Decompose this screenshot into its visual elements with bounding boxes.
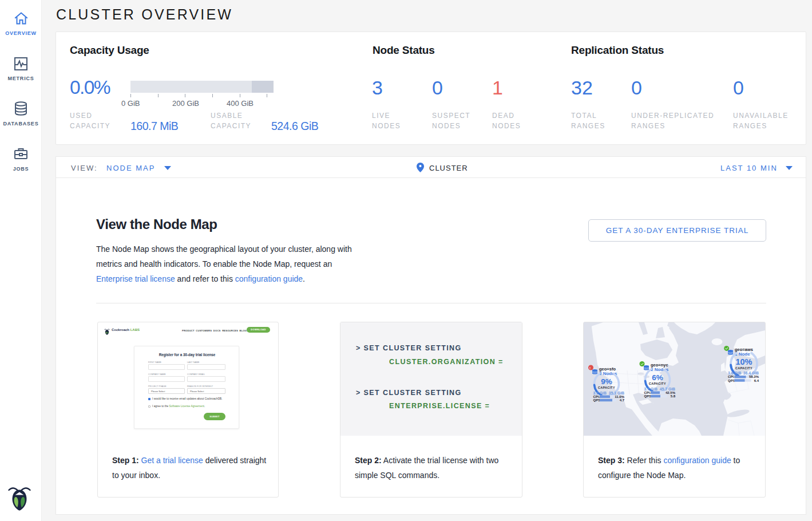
svg-text:58.3%: 58.3% [749, 375, 759, 378]
svg-text:QPS: QPS [644, 394, 652, 398]
svg-text:6%: 6% [652, 373, 663, 382]
svg-text:CAPACITY: CAPACITY [649, 382, 666, 385]
svg-text:45.7 GiB: 45.7 GiB [660, 387, 675, 391]
svg-text:3.6 GiB: 3.6 GiB [728, 371, 742, 375]
svg-text:CPU: CPU [593, 395, 601, 398]
svg-text:3.7 GiB: 3.7 GiB [644, 387, 658, 391]
svg-text:CAPACITY: CAPACITY [735, 366, 752, 370]
svg-text:QPS: QPS [593, 398, 601, 402]
svg-text:11.0%: 11.0% [615, 395, 624, 398]
svg-text:CPU: CPU [728, 375, 735, 378]
svg-text:10%: 10% [735, 357, 752, 366]
svg-text:36.4 GiB: 36.4 GiB [743, 371, 759, 375]
svg-text:3.2 GiB: 3.2 GiB [593, 391, 607, 395]
svg-text:CAPACITY: CAPACITY [598, 386, 615, 389]
svg-text:6.4: 6.4 [754, 379, 759, 382]
svg-text:35.1 GiB: 35.1 GiB [609, 391, 624, 395]
svg-text:!: ! [589, 366, 591, 370]
svg-text:9%: 9% [601, 377, 612, 386]
svg-text:42.5%: 42.5% [666, 391, 676, 394]
svg-text:5.8: 5.8 [671, 394, 676, 398]
svg-text:CPU: CPU [644, 391, 652, 394]
svg-text:QPS: QPS [728, 379, 735, 382]
svg-text:4.7: 4.7 [620, 398, 625, 402]
